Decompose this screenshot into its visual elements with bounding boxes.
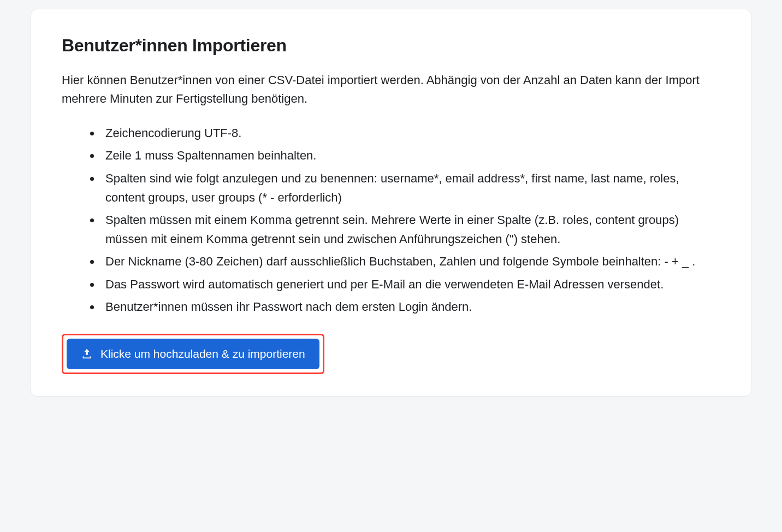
rule-item: Spalten müssen mit einem Komma getrennt … [101,210,720,249]
rule-item: Der Nickname (3-80 Zeichen) darf ausschl… [101,252,720,271]
upload-icon [81,348,93,360]
intro-paragraph: Hier können Benutzer*innen von einer CSV… [62,71,720,108]
import-users-card: Benutzer*innen Importieren Hier können B… [31,9,751,397]
upload-button-highlight: Klicke um hochzuladen & zu importieren [62,334,324,374]
rule-item: Zeichencodierung UTF-8. [101,123,720,143]
import-rules-list: Zeichencodierung UTF-8. Zeile 1 muss Spa… [62,123,720,316]
rule-item: Das Passwort wird automatisch generiert … [101,275,720,294]
rule-item: Benutzer*innen müssen ihr Passwort nach … [101,297,720,316]
upload-import-button[interactable]: Klicke um hochzuladen & zu importieren [67,339,319,369]
page-title: Benutzer*innen Importieren [62,36,720,56]
rule-item: Zeile 1 muss Spaltennamen beinhalten. [101,146,720,165]
rule-item: Spalten sind wie folgt anzulegen und zu … [101,169,720,207]
upload-button-label: Klicke um hochzuladen & zu importieren [100,347,305,360]
